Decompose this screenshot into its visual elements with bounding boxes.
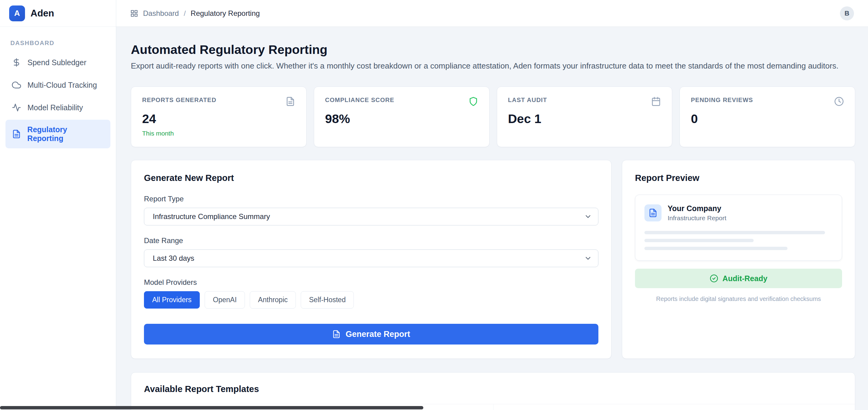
shield-icon bbox=[468, 97, 478, 107]
sidebar-item-spend-subledger[interactable]: Spend Subledger bbox=[5, 52, 111, 73]
cloud-icon bbox=[11, 80, 21, 90]
check-circle-icon bbox=[710, 274, 718, 283]
sidebar-section-label: DASHBOARD bbox=[0, 27, 116, 52]
brand[interactable]: A Aden bbox=[0, 0, 116, 27]
stat-card-reports-generated: REPORTS GENERATED 24 This month bbox=[131, 87, 307, 147]
report-type-label: Report Type bbox=[144, 195, 598, 203]
sidebar-item-model-reliability[interactable]: Model Reliability bbox=[5, 97, 111, 118]
horizontal-scrollbar-thumb[interactable] bbox=[0, 406, 423, 409]
sidebar-nav: Spend Subledger Multi-Cloud Tracking Mod… bbox=[0, 52, 116, 148]
topbar: Dashboard / Regulatory Reporting B bbox=[116, 0, 868, 27]
avatar-letter: B bbox=[844, 9, 849, 18]
report-doc-icon bbox=[645, 204, 661, 221]
report-type-value: Infrastructure Compliance Summary bbox=[153, 212, 270, 221]
stat-value: 98% bbox=[325, 112, 478, 126]
stat-card-last-audit: LAST AUDIT Dec 1 bbox=[497, 87, 673, 147]
skeleton-line bbox=[645, 239, 754, 242]
dollar-icon bbox=[11, 58, 21, 67]
breadcrumb-separator: / bbox=[184, 9, 186, 18]
sidebar-item-multi-cloud-tracking[interactable]: Multi-Cloud Tracking bbox=[5, 75, 111, 95]
stat-label: REPORTS GENERATED bbox=[142, 97, 216, 104]
sidebar: A Aden DASHBOARD Spend Subledger Multi-C… bbox=[0, 0, 116, 410]
template-item-infrastructure-compliance-summary[interactable]: Infrastructure Compliance Summary Audit-… bbox=[493, 404, 855, 410]
stats-row: REPORTS GENERATED 24 This month COMPLIAN… bbox=[131, 87, 855, 147]
panels-row: Generate New Report Report Type Infrastr… bbox=[131, 160, 855, 359]
report-preview-box: Your Company Infrastructure Report bbox=[635, 195, 842, 261]
stat-value: Dec 1 bbox=[508, 112, 661, 126]
generate-card-title: Generate New Report bbox=[144, 173, 598, 183]
sidebar-item-label: Regulatory Reporting bbox=[27, 125, 104, 143]
brand-name: Aden bbox=[31, 8, 54, 19]
provider-chip-all-providers[interactable]: All Providers bbox=[144, 291, 200, 309]
sidebar-item-label: Multi-Cloud Tracking bbox=[27, 81, 97, 90]
activity-icon bbox=[11, 103, 21, 112]
preview-doc-type: Infrastructure Report bbox=[668, 214, 726, 222]
breadcrumb-current: Regulatory Reporting bbox=[191, 9, 260, 18]
date-range-label: Date Range bbox=[144, 236, 598, 245]
provider-chip-anthropic[interactable]: Anthropic bbox=[250, 291, 296, 309]
audit-ready-badge: Audit-Ready bbox=[635, 269, 842, 288]
sidebar-item-label: Model Reliability bbox=[27, 103, 83, 112]
grid-icon bbox=[130, 9, 138, 18]
page-content: Automated Regulatory Reporting Export au… bbox=[116, 27, 868, 410]
clock-icon bbox=[834, 97, 844, 107]
sidebar-item-label: Spend Subledger bbox=[27, 58, 86, 67]
preview-card-title: Report Preview bbox=[635, 173, 842, 183]
generate-report-button[interactable]: Generate Report bbox=[144, 324, 598, 344]
templates-title: Available Report Templates bbox=[144, 384, 842, 394]
stat-value: 24 bbox=[142, 112, 295, 126]
page-title: Automated Regulatory Reporting bbox=[131, 43, 855, 57]
report-preview-card: Report Preview Your Company Infrastructu… bbox=[622, 160, 855, 359]
provider-chip-self-hosted[interactable]: Self-Hosted bbox=[301, 291, 354, 309]
preview-company-name: Your Company bbox=[668, 204, 726, 213]
stat-card-compliance-score: COMPLIANCE SCORE 98% bbox=[314, 87, 490, 147]
preview-caption: Reports include digital signatures and v… bbox=[635, 296, 842, 303]
chevron-down-icon bbox=[584, 213, 592, 220]
templates-card: Available Report Templates Monthly Cost … bbox=[131, 372, 855, 410]
breadcrumb-dashboard-link[interactable]: Dashboard bbox=[143, 9, 179, 18]
main-area: Dashboard / Regulatory Reporting B Autom… bbox=[116, 0, 868, 410]
provider-chips: All Providers OpenAI Anthropic Self-Host… bbox=[144, 291, 598, 309]
stat-card-pending-reviews: PENDING REVIEWS 0 bbox=[680, 87, 855, 147]
brand-logo-letter: A bbox=[14, 8, 20, 18]
model-providers-label: Model Providers bbox=[144, 278, 598, 287]
brand-logo: A bbox=[9, 5, 25, 21]
provider-chip-openai[interactable]: OpenAI bbox=[205, 291, 245, 309]
stat-value: 0 bbox=[691, 112, 844, 126]
sidebar-item-regulatory-reporting[interactable]: Regulatory Reporting bbox=[5, 120, 111, 148]
breadcrumb: Dashboard / Regulatory Reporting bbox=[130, 9, 260, 18]
generate-report-button-label: Generate Report bbox=[346, 330, 410, 339]
generate-report-card: Generate New Report Report Type Infrastr… bbox=[131, 160, 612, 359]
stat-label: LAST AUDIT bbox=[508, 97, 547, 104]
skeleton-line bbox=[645, 231, 825, 234]
calendar-icon bbox=[651, 97, 661, 107]
avatar[interactable]: B bbox=[840, 6, 854, 21]
report-type-select[interactable]: Infrastructure Compliance Summary bbox=[144, 208, 598, 226]
app-window: A Aden DASHBOARD Spend Subledger Multi-C… bbox=[0, 0, 868, 410]
audit-ready-label: Audit-Ready bbox=[722, 274, 767, 283]
document-icon bbox=[285, 97, 295, 107]
document-icon bbox=[332, 330, 341, 338]
skeleton-line bbox=[645, 247, 787, 250]
stat-label: PENDING REVIEWS bbox=[691, 97, 753, 104]
date-range-select[interactable]: Last 30 days bbox=[144, 249, 598, 267]
stat-sub: This month bbox=[142, 130, 295, 137]
date-range-value: Last 30 days bbox=[153, 254, 194, 263]
page-subtitle: Export audit-ready reports with one clic… bbox=[131, 61, 855, 71]
chevron-down-icon bbox=[584, 254, 592, 262]
document-icon bbox=[11, 129, 21, 139]
stat-label: COMPLIANCE SCORE bbox=[325, 97, 394, 104]
